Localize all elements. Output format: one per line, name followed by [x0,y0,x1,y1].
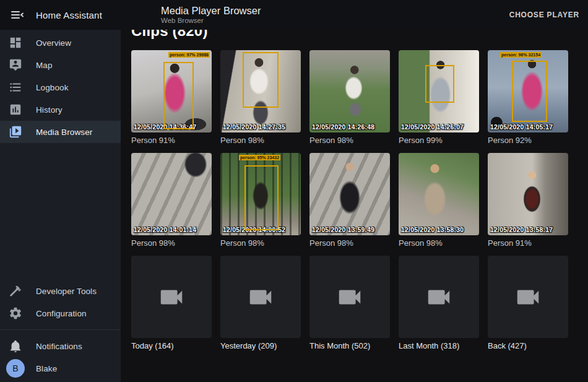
sidebar-item-label: Configuration [36,309,87,318]
clip-thumbnail: person: 97% 29988 12/05/2020 14:36:47 [131,50,212,132]
clip-caption: Person 98% [399,238,479,248]
sidebar-item-map[interactable]: Map [0,54,121,76]
detection-label: person: 95% 23432 [239,155,280,160]
detection-label: person: 97% 29988 [168,52,210,58]
sidebar-item-label: Notifications [36,342,82,351]
sidebar-item-configuration[interactable]: Configuration [0,302,121,324]
detection-bbox [163,62,194,129]
sidebar-item-history[interactable]: History [0,98,121,121]
clip-card[interactable]: 12/05/2020 14:26:48 Person 98% [309,50,390,145]
folder-label: Today (164) [131,341,212,350]
clip-card[interactable]: 12/05/2020 14:26:07 Person 99% [399,50,479,145]
folder-card-today[interactable]: Today (164) [131,256,212,350]
folder-label: This Month (502) [309,341,390,350]
clip-caption: Person 91% [488,238,568,248]
gear-icon [9,306,22,320]
detection-bbox [425,65,454,103]
folder-thumbnail [131,256,212,338]
clip-timestamp: 12/05/2020 13:58:17 [490,226,553,233]
play-box-multiple-icon [9,125,22,139]
sidebar-item-label: Media Browser [36,128,92,137]
clip-thumbnail: 12/05/2020 14:01:14 [131,153,212,235]
choose-player-button[interactable]: CHOOSE PLAYER [501,4,588,25]
clip-caption: Person 91% [131,136,212,145]
clip-thumbnail: 12/05/2020 13:58:17 [488,153,568,235]
clip-thumbnail: 12/05/2020 14:26:07 [399,50,479,132]
page-subtitle: Web Browser [161,17,261,25]
sidebar-toggle-icon[interactable] [10,7,25,22]
sidebar-header: Home Assistant [0,0,121,30]
clip-caption: Person 99% [399,136,479,145]
tooltip-account-icon [9,58,22,72]
clip-timestamp: 12/05/2020 14:27:35 [223,123,285,131]
sidebar-item-label: Logbook [36,83,69,92]
clip-thumbnail: 12/05/2020 14:27:35 [220,50,301,132]
detection-bbox [244,165,279,230]
folder-thumbnail [309,256,390,338]
sidebar-item-label: History [36,105,63,115]
media-browser-content: ← Frigate Clips (820) person: 97% 29988 … [121,0,588,350]
clip-caption: Person 98% [309,238,390,248]
folder-card-back[interactable]: Back (427) [488,256,568,350]
clip-card[interactable]: 12/05/2020 13:58:30 Person 98% [399,153,479,248]
sidebar-item-logbook[interactable]: Logbook [0,76,121,98]
clip-thumbnail: 12/05/2020 14:26:48 [309,50,390,132]
detection-bbox [512,61,547,121]
clip-card[interactable]: person: 96% 32154 12/05/2020 14:05:17 Pe… [488,50,568,145]
video-camera-icon [425,283,453,311]
format-list-bulleted-icon [9,80,22,94]
sidebar-nav: Overview Map Logbook History Media Brows… [0,32,121,143]
clip-timestamp: 12/05/2020 14:26:07 [401,123,464,131]
detection-label: person: 96% 32154 [500,52,542,58]
sidebar-item-label: Map [36,61,53,70]
detection-bbox [243,52,278,108]
clip-card[interactable]: 12/05/2020 14:27:35 Person 98% [220,50,301,145]
video-camera-icon [335,283,364,311]
avatar: B [6,359,25,378]
sidebar-item-label: Developer Tools [36,287,97,296]
clip-caption: Person 98% [220,136,301,145]
folder-card-last-month[interactable]: Last Month (318) [399,256,479,350]
folder-thumbnail [399,256,479,338]
sidebar-item-developer-tools[interactable]: Developer Tools [0,280,121,302]
clip-card[interactable]: 12/05/2020 13:58:17 Person 91% [488,153,568,248]
sidebar: Overview Map Logbook History Media Brows… [0,30,121,382]
clip-card[interactable]: 12/05/2020 14:01:14 Person 98% [131,153,212,248]
sidebar-item-notifications[interactable]: Notifications [0,335,121,357]
clip-caption: Person 98% [309,136,390,145]
sidebar-item-overview[interactable]: Overview [0,32,121,54]
video-camera-icon [157,283,186,311]
page-title-block: Media Player Browser Web Browser [121,5,261,25]
clip-timestamp: 12/05/2020 13:58:30 [401,226,464,233]
sidebar-footer: Developer Tools Configuration Notificati… [0,280,121,382]
video-camera-icon [514,283,542,311]
page-title: Media Player Browser [161,5,261,17]
folder-thumbnail [220,256,301,338]
sidebar-item-user-profile[interactable]: B Blake [0,357,121,380]
clip-timestamp: 12/05/2020 14:05:17 [490,123,553,131]
clip-thumbnail: 12/05/2020 13:58:30 [399,153,479,235]
sidebar-item-media-browser[interactable]: Media Browser [0,121,121,143]
top-app-bar: Home Assistant Media Player Browser Web … [0,0,588,30]
clip-timestamp: 12/05/2020 13:59:49 [312,226,374,233]
clip-card[interactable]: person: 97% 29988 12/05/2020 14:36:47 Pe… [131,50,212,145]
clip-card[interactable]: 12/05/2020 13:59:49 Person 98% [309,153,390,248]
folder-card-this-month[interactable]: This Month (502) [309,256,390,350]
folder-card-yesterday[interactable]: Yesterday (209) [220,256,301,350]
clip-caption: Person 98% [220,238,301,248]
folder-thumbnail [488,256,568,338]
clip-timestamp: 12/05/2020 14:01:14 [134,226,196,233]
folder-label: Back (427) [488,341,568,350]
folder-label: Yesterday (209) [220,341,301,350]
clip-timestamp: 12/05/2020 14:26:48 [312,123,374,131]
clip-thumbnail: person: 95% 23432 12/05/2020 14:00:52 [220,153,301,235]
user-name: Blake [36,364,57,373]
view-dashboard-icon [9,36,22,50]
bell-icon [9,339,22,353]
hammer-icon [9,284,22,298]
folder-label: Last Month (318) [399,341,479,350]
page-header: Media Player Browser Web Browser CHOOSE … [121,0,588,30]
clip-card[interactable]: person: 95% 23432 12/05/2020 14:00:52 Pe… [220,153,301,248]
sidebar-item-label: Overview [36,38,71,48]
clips-grid: person: 97% 29988 12/05/2020 14:36:47 Pe… [131,50,577,350]
